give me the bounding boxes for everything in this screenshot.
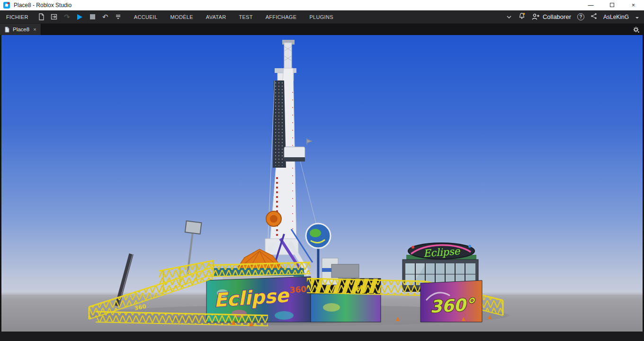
viewport-settings-gear-icon[interactable] bbox=[633, 24, 644, 35]
tab-label: Place8 bbox=[13, 27, 29, 32]
tab-document-icon bbox=[4, 27, 10, 33]
3d-viewport[interactable]: Eclipse 360 bbox=[0, 35, 644, 332]
window-title: Place8 - Roblox Studio bbox=[14, 2, 72, 9]
menu-tab-modele[interactable]: MODÈLE bbox=[170, 14, 193, 20]
ribbon-bar: FICHIER ↷ ↶ ACCUEIL MODÈLE AVATAR TEST A… bbox=[0, 10, 644, 24]
play-button[interactable] bbox=[73, 10, 86, 24]
scene-canvas[interactable]: Eclipse 360 bbox=[0, 35, 644, 332]
viewport-left-edge bbox=[0, 35, 1, 332]
menu-tab-accueil[interactable]: ACCUEIL bbox=[134, 14, 158, 20]
truss-fence-back[interactable] bbox=[208, 262, 311, 277]
roblox-studio-logo-icon bbox=[3, 1, 10, 9]
maximize-icon bbox=[610, 3, 614, 7]
menu-tab-avatar[interactable]: AVATAR bbox=[206, 14, 226, 20]
quick-access-menu-icon[interactable] bbox=[112, 10, 125, 24]
ribbon-menu-tabs: ACCUEIL MODÈLE AVATAR TEST AFFICHAGE PLU… bbox=[134, 14, 333, 20]
redo-button-icon[interactable]: ↷ bbox=[61, 10, 73, 24]
new-file-icon[interactable] bbox=[35, 10, 48, 24]
document-tabbar: Place8 × bbox=[0, 24, 644, 35]
notification-bell-icon[interactable] bbox=[518, 12, 526, 22]
base-number-text: 360 bbox=[289, 284, 307, 295]
menu-tab-test[interactable]: TEST bbox=[239, 14, 252, 20]
right-graffiti-panel[interactable]: 360° bbox=[420, 280, 482, 322]
menu-tab-affichage[interactable]: AFFICHAGE bbox=[266, 14, 297, 20]
close-button[interactable]: × bbox=[623, 0, 644, 10]
undo-button-icon[interactable]: ↶ bbox=[99, 10, 112, 24]
play-icon bbox=[77, 14, 82, 20]
titlebar: Place8 - Roblox Studio — × bbox=[0, 0, 644, 10]
user-caret-down-icon[interactable] bbox=[635, 13, 639, 21]
chevron-down-icon[interactable] bbox=[506, 13, 512, 21]
username-label[interactable]: AsLeKinG bbox=[603, 14, 629, 20]
stop-button[interactable] bbox=[86, 10, 99, 24]
open-file-icon[interactable] bbox=[48, 10, 61, 24]
right-panel-number-text: 360° bbox=[429, 295, 476, 316]
speaker-box[interactable] bbox=[331, 264, 359, 278]
file-menu-button[interactable]: FICHIER bbox=[0, 14, 35, 20]
collaborate-button[interactable]: Collaborer bbox=[532, 13, 571, 20]
window-controls: — × bbox=[580, 0, 644, 10]
share-icon[interactable] bbox=[590, 13, 597, 21]
help-icon[interactable]: ? bbox=[577, 13, 584, 20]
ribbon-right-cluster: Collaborer ? AsLeKinG bbox=[506, 12, 644, 22]
stop-icon bbox=[90, 14, 95, 19]
fence-number-right-text: 360 bbox=[352, 286, 364, 292]
bottom-statusbar bbox=[0, 332, 644, 341]
tab-place8[interactable]: Place8 × bbox=[0, 24, 41, 35]
maximize-button[interactable] bbox=[601, 0, 623, 10]
sky bbox=[0, 35, 644, 294]
tab-close-icon[interactable]: × bbox=[33, 27, 36, 32]
minimize-button[interactable]: — bbox=[580, 0, 601, 10]
person-plus-icon bbox=[532, 13, 540, 20]
collaborate-label: Collaborer bbox=[543, 13, 571, 20]
menu-tab-plugins[interactable]: PLUGINS bbox=[309, 14, 333, 20]
